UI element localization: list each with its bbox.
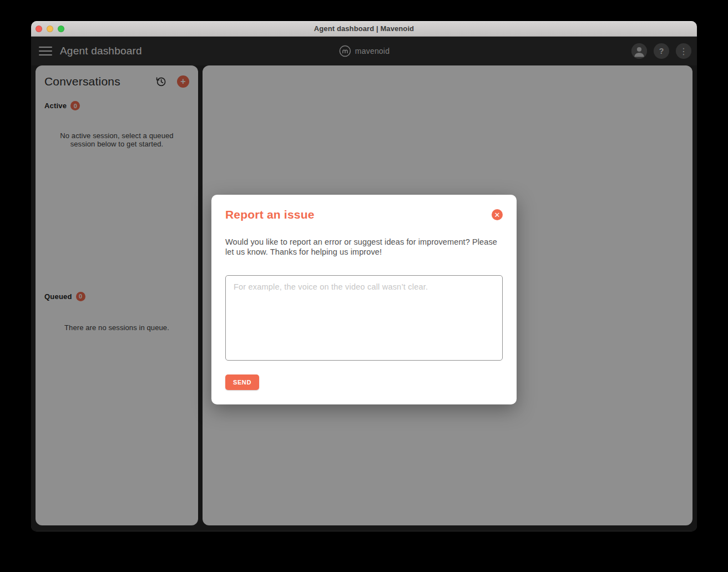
macos-titlebar: Agent dashboard | Mavenoid bbox=[31, 21, 697, 37]
app-area: Agent dashboard mavenoid ? bbox=[31, 37, 697, 531]
close-modal-button[interactable]: ✕ bbox=[492, 209, 503, 220]
close-window-button[interactable] bbox=[36, 26, 42, 32]
traffic-lights bbox=[36, 21, 64, 37]
report-issue-modal: Report an issue ✕ Would you like to repo… bbox=[211, 195, 517, 404]
modal-header: Report an issue ✕ bbox=[225, 208, 503, 221]
issue-description-input[interactable] bbox=[225, 275, 503, 361]
window-title: Agent dashboard | Mavenoid bbox=[314, 24, 414, 33]
send-button[interactable]: SEND bbox=[225, 374, 259, 390]
minimize-window-button[interactable] bbox=[47, 26, 53, 32]
modal-body-text: Would you like to report an error or sug… bbox=[225, 237, 503, 257]
modal-title: Report an issue bbox=[225, 208, 315, 221]
zoom-window-button[interactable] bbox=[58, 26, 64, 32]
close-icon: ✕ bbox=[494, 211, 501, 219]
app-window: Agent dashboard | Mavenoid Agent dashboa… bbox=[31, 21, 697, 531]
